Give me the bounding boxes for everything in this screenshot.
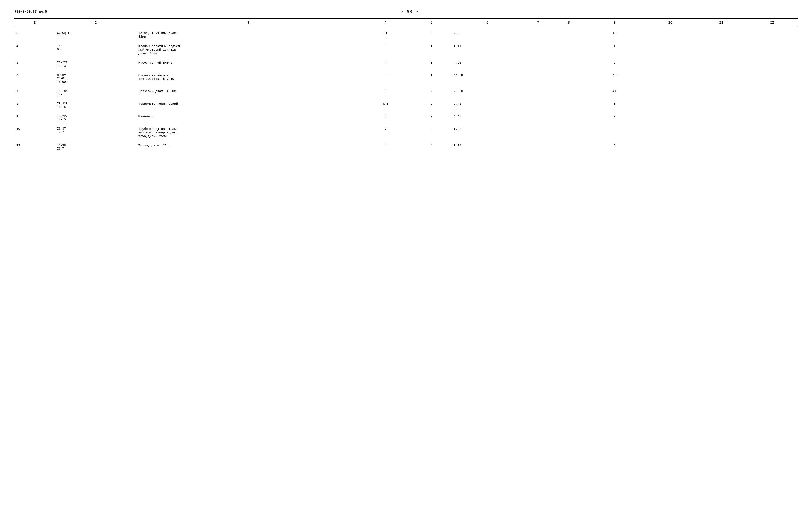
row-price: I,II	[452, 43, 523, 57]
row-desc: Грязевик диам. 40 мм	[136, 88, 360, 98]
row-price: 2,4I	[452, 101, 523, 110]
row-col9: 8	[584, 126, 645, 140]
table-spacer	[14, 123, 798, 126]
row-col11	[696, 101, 746, 110]
table-row: 9I8-227 I8-I5Манометр"24,439	[14, 113, 798, 123]
row-unit: "	[360, 113, 411, 123]
table-row: 7I8-I84 I8-IIГрязевик диам. 40 мм"220,60…	[14, 88, 798, 98]
table-header-row: I 2 3 4 5 6 7 8 9 IO II I2	[14, 18, 798, 27]
row-price: 20,60	[452, 88, 523, 98]
row-price: 4,60	[452, 60, 523, 69]
row-price: 2,53	[452, 30, 523, 40]
row-col10	[645, 88, 696, 98]
table-spacer	[14, 140, 798, 142]
row-qty: I	[411, 72, 452, 85]
row-col9: 9	[584, 113, 645, 123]
col-header-2: 2	[55, 18, 136, 27]
row-col8	[553, 60, 584, 69]
col-header-5: 5	[411, 18, 452, 27]
row-col11	[696, 60, 746, 69]
row-col10	[645, 113, 696, 123]
table-row: 3СCРСЦ-III I06То же, I5кчI8п2,диам. 32мм…	[14, 30, 798, 40]
row-col10	[645, 142, 696, 152]
row-col9: I5	[584, 30, 645, 40]
row-col12	[746, 126, 798, 140]
row-qty: 6	[411, 30, 452, 40]
row-price: I,03	[452, 126, 523, 140]
table-row: 8I8-228 I8-I5Термометр техническийк-т22,…	[14, 101, 798, 110]
row-col8	[553, 101, 584, 110]
table-spacer	[14, 40, 798, 43]
row-unit: "	[360, 88, 411, 98]
table-spacer	[14, 110, 798, 113]
row-col11	[696, 72, 746, 85]
table-spacer	[14, 27, 798, 30]
row-unit: "	[360, 43, 411, 57]
table-row: IOI6-37 I6-7Трубопровод из сталь- ных во…	[14, 126, 798, 140]
row-qty: 2	[411, 88, 452, 98]
row-qty: 8	[411, 126, 452, 140]
row-col12	[746, 43, 798, 57]
main-table: I 2 3 4 5 6 7 8 9 IO II I2 3СCРСЦ-III I0…	[14, 18, 798, 152]
row-qty: 4	[411, 142, 452, 152]
row-desc: То же, I5кчI8п2,диам. 32мм	[136, 30, 360, 40]
row-col12	[746, 88, 798, 98]
row-col12	[746, 60, 798, 69]
row-col11	[696, 142, 746, 152]
row-col8	[553, 126, 584, 140]
col-header-9: 9	[584, 18, 645, 27]
row-col11	[696, 126, 746, 140]
row-col8	[553, 88, 584, 98]
row-qty: 2	[411, 101, 452, 110]
row-number: 8	[14, 101, 55, 110]
table-row: 6ПР-нт 23-0I I6-002Стоимость насоса 43хI…	[14, 72, 798, 85]
col-header-8: 8	[553, 18, 584, 27]
row-col11	[696, 43, 746, 57]
row-col7	[523, 30, 553, 40]
row-col7	[523, 88, 553, 98]
row-col11	[696, 113, 746, 123]
table-spacer	[14, 85, 798, 88]
row-col7	[523, 43, 553, 57]
row-ref: I8-228 I8-I5	[55, 101, 136, 110]
row-col9: I	[584, 43, 645, 57]
row-unit: м	[360, 126, 411, 140]
row-price: I,I4	[452, 142, 523, 152]
row-col12	[746, 113, 798, 123]
row-col12	[746, 30, 798, 40]
row-ref: I8-2II I8-I3	[55, 60, 136, 69]
row-ref: I6-38 I6-7	[55, 142, 136, 152]
row-desc: Трубопровод из сталь- ных водогазопровод…	[136, 126, 360, 140]
row-col8	[553, 43, 584, 57]
row-number: 7	[14, 88, 55, 98]
row-col10	[645, 30, 696, 40]
row-number: 6	[14, 72, 55, 85]
table-row: III6-38 I6-7То же, диам. 32мм"4I,I45	[14, 142, 798, 152]
row-col12	[746, 72, 798, 85]
row-number: II	[14, 142, 55, 152]
table-spacer	[14, 98, 798, 101]
row-desc: Клапан обратный подъем- ный,муфтовый I6к…	[136, 43, 360, 57]
col-header-7: 7	[523, 18, 553, 27]
row-col10	[645, 72, 696, 85]
row-ref: ПР-нт 23-0I I6-002	[55, 72, 136, 85]
row-col9: 5	[584, 101, 645, 110]
row-unit: "	[360, 72, 411, 85]
row-ref: I8-I84 I8-II	[55, 88, 136, 98]
row-col9: 5	[584, 142, 645, 152]
row-unit: "	[360, 60, 411, 69]
row-number: IO	[14, 126, 55, 140]
row-number: 4	[14, 43, 55, 57]
row-desc: Манометр	[136, 113, 360, 123]
row-col12	[746, 142, 798, 152]
row-col12	[746, 101, 798, 110]
row-col10	[645, 60, 696, 69]
row-qty: I	[411, 60, 452, 69]
table-spacer	[14, 69, 798, 72]
row-desc: То же, диам. 32мм	[136, 142, 360, 152]
row-col9: 4I	[584, 88, 645, 98]
doc-id: 709-9-79.87 ал.5	[14, 10, 47, 14]
row-qty: 2	[411, 113, 452, 123]
row-col7	[523, 72, 553, 85]
col-header-1: I	[14, 18, 55, 27]
